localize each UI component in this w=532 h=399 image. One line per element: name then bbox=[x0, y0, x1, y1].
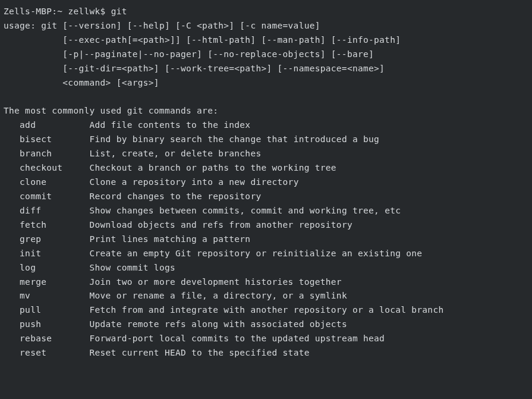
usage-opts-1: [--exec-path[=<path>]] [--html-path] [--… bbox=[62, 35, 401, 45]
cmd-row: push Update remote refs along with assoc… bbox=[4, 318, 528, 332]
usage-line-2: [-p|--paginate|--no-pager] [--no-replace… bbox=[4, 48, 528, 62]
cmd-desc: Create an empty Git repository or reinit… bbox=[90, 247, 423, 261]
cmd-row: merge Join two or more development histo… bbox=[4, 275, 528, 290]
cmd-desc: Record changes to the repository bbox=[90, 190, 262, 204]
cmd-row: reset Reset current HEAD to the specifie… bbox=[4, 346, 528, 360]
cmd-name: commit bbox=[20, 190, 52, 204]
cmd-name: add bbox=[20, 118, 36, 133]
blank-line bbox=[4, 90, 528, 105]
cmd-desc: List, create, or delete branches bbox=[90, 147, 262, 161]
cmd-name: init bbox=[20, 247, 41, 261]
usage-opts-4: <command> [<args>] bbox=[62, 78, 159, 87]
cmd-row: mv Move or rename a file, a directory, o… bbox=[4, 289, 528, 303]
cmd-name: rebase bbox=[20, 332, 52, 346]
cmd-row: diff Show changes between commits, commi… bbox=[4, 204, 528, 218]
usage-opts-3: [--git-dir=<path>] [--work-tree=<path>] … bbox=[62, 64, 385, 73]
cmd-row: pull Fetch from and integrate with anoth… bbox=[4, 303, 528, 318]
cmd-name: checkout bbox=[20, 161, 62, 175]
cmd-row: init Create an empty Git repository or r… bbox=[4, 247, 528, 261]
cmd-desc: Join two or more development histories t… bbox=[90, 275, 342, 290]
prompt-symbol: $ bbox=[100, 7, 106, 16]
usage-label: usage: bbox=[4, 21, 36, 30]
cmd-desc: Update remote refs along with associated… bbox=[90, 318, 347, 332]
cmd-name: branch bbox=[20, 147, 52, 161]
prompt-command: git bbox=[111, 7, 127, 16]
cmd-row: rebase Forward-port local commits to the… bbox=[4, 332, 528, 346]
cmd-name: fetch bbox=[20, 218, 46, 233]
cmd-row: add Add file contents to the index bbox=[4, 118, 528, 133]
cmd-desc: Print lines matching a pattern bbox=[90, 233, 251, 247]
usage-opts-2: [-p|--paginate|--no-pager] [--no-replace… bbox=[62, 49, 374, 59]
cmd-name: diff bbox=[20, 204, 41, 218]
commands-list: add Add file contents to the index bisec… bbox=[4, 118, 528, 360]
cmd-row: bisect Find by binary search the change … bbox=[4, 133, 528, 147]
cmd-row: checkout Checkout a branch or paths to t… bbox=[4, 161, 528, 175]
prompt-host: Zells-MBP bbox=[4, 7, 52, 16]
cmd-desc: Fetch from and integrate with another re… bbox=[90, 303, 444, 318]
cmd-desc: Clone a repository into a new directory bbox=[90, 175, 299, 190]
cmd-name: merge bbox=[20, 275, 46, 290]
cmd-desc: Checkout a branch or paths to the workin… bbox=[90, 161, 336, 175]
cmd-row: log Show commit logs bbox=[4, 261, 528, 275]
cmd-row: commit Record changes to the repository bbox=[4, 190, 528, 204]
cmd-name: pull bbox=[20, 303, 41, 318]
usage-line-3: [--git-dir=<path>] [--work-tree=<path>] … bbox=[4, 62, 528, 76]
cmd-name: mv bbox=[20, 289, 30, 303]
cmd-name: reset bbox=[20, 346, 46, 360]
cmd-desc: Find by binary search the change that in… bbox=[90, 133, 380, 147]
cmd-row: branch List, create, or delete branches bbox=[4, 147, 528, 161]
usage-bin: git bbox=[41, 21, 57, 30]
cmd-name: grep bbox=[20, 233, 41, 247]
cmd-desc: Add file contents to the index bbox=[90, 118, 251, 133]
cmd-desc: Show changes between commits, commit and… bbox=[90, 204, 401, 218]
cmd-row: grep Print lines matching a pattern bbox=[4, 233, 528, 247]
cmd-desc: Reset current HEAD to the specified stat… bbox=[90, 346, 310, 360]
cmd-desc: Move or rename a file, a directory, or a… bbox=[89, 289, 347, 303]
cmd-name: log bbox=[20, 261, 36, 275]
prompt-user: zellwk bbox=[68, 7, 100, 16]
terminal-prompt-line: Zells-MBP:~ zellwk$ git bbox=[4, 5, 528, 19]
section-header: The most commonly used git commands are: bbox=[4, 104, 528, 118]
cmd-desc: Download objects and refs from another r… bbox=[90, 218, 352, 233]
usage-line-4: <command> [<args>] bbox=[4, 76, 528, 90]
usage-line-0: usage: git [--version] [--help] [-C <pat… bbox=[4, 19, 528, 33]
cmd-row: clone Clone a repository into a new dire… bbox=[4, 175, 528, 190]
cmd-name: push bbox=[20, 318, 41, 332]
prompt-path: ~ bbox=[57, 7, 62, 16]
cmd-name: bisect bbox=[20, 133, 52, 147]
usage-opts-0: [--version] [--help] [-C <path>] [-c nam… bbox=[62, 21, 320, 30]
cmd-desc: Show commit logs bbox=[90, 261, 175, 275]
cmd-desc: Forward-port local commits to the update… bbox=[90, 332, 385, 346]
cmd-name: clone bbox=[20, 175, 46, 190]
usage-line-1: [--exec-path[=<path>]] [--html-path] [--… bbox=[4, 33, 528, 48]
cmd-row: fetch Download objects and refs from ano… bbox=[4, 218, 528, 233]
